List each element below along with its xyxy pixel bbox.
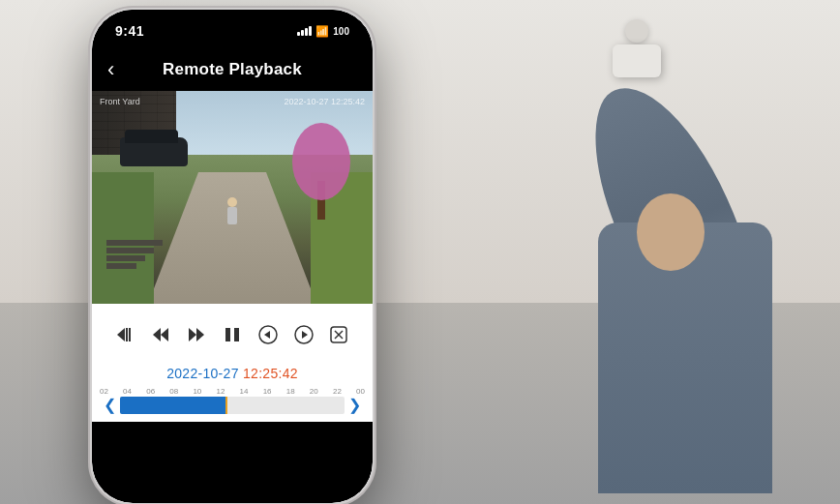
- video-location-label: Front Yard: [100, 97, 140, 106]
- scene-person: [226, 197, 238, 224]
- ruler-label-20: 20: [310, 387, 318, 396]
- timeline-area: 2022-10-27 12:25:42 02 04 06 08 10 12 14…: [92, 362, 373, 422]
- status-time: 9:41: [115, 23, 144, 39]
- scene-tree: [292, 123, 350, 220]
- controls-area: [92, 304, 373, 362]
- svg-rect-7: [225, 328, 230, 341]
- person-silhouette: [501, 77, 792, 493]
- phone-notch: [189, 19, 276, 44]
- back-button[interactable]: ‹: [107, 57, 114, 82]
- close-button[interactable]: [321, 317, 356, 352]
- ruler-label-22: 22: [333, 387, 342, 396]
- signal-icon: [297, 26, 312, 36]
- timeline-scroll-area[interactable]: [120, 397, 345, 414]
- svg-marker-12: [302, 331, 308, 339]
- timeline-next-arrow[interactable]: ❯: [345, 396, 365, 414]
- status-icons: 📶 100: [297, 25, 349, 38]
- ceiling-camera: [598, 19, 675, 77]
- ruler-label-00: 00: [356, 387, 365, 396]
- video-timestamp-overlay: 2022-10-27 12:25:42: [284, 97, 365, 106]
- phone-device: 9:41 📶 100: [92, 10, 373, 503]
- svg-marker-0: [117, 328, 125, 341]
- prev-button[interactable]: [251, 317, 285, 352]
- timeline-date-display: 2022-10-27 12:25:42: [92, 366, 373, 381]
- svg-marker-3: [153, 328, 161, 341]
- timeline-date-part: 2022-10-27: [166, 366, 239, 381]
- skip-to-start-button[interactable]: [107, 317, 142, 352]
- svg-rect-1: [126, 328, 128, 341]
- scene-car: [120, 137, 188, 166]
- svg-marker-5: [189, 328, 196, 341]
- header-bar: ‹ Remote Playback: [92, 48, 373, 91]
- ruler-label-12: 12: [216, 387, 225, 396]
- timeline-cursor: [225, 397, 227, 414]
- ruler-label-16: 16: [263, 387, 272, 396]
- timeline-ruler-labels: 02 04 06 08 10 12 14 16 18 20 22 00: [92, 385, 373, 396]
- svg-marker-4: [161, 328, 168, 341]
- pause-button[interactable]: [215, 317, 250, 352]
- playback-controls: [92, 313, 373, 356]
- scene-stairs: [106, 240, 163, 304]
- timeline-recorded-segment: [120, 397, 227, 414]
- timeline-nav: ❮ ❯: [92, 396, 373, 414]
- phone-body: 9:41 📶 100: [92, 10, 373, 503]
- phone-screen: 9:41 📶 100: [92, 10, 373, 503]
- signal-bar-3: [305, 28, 308, 36]
- ruler-label-10: 10: [193, 387, 201, 396]
- fast-forward-button[interactable]: [179, 317, 214, 352]
- ruler-label-14: 14: [240, 387, 249, 396]
- ruler-label-08: 08: [169, 387, 178, 396]
- signal-bar-1: [297, 32, 300, 36]
- video-player[interactable]: Front Yard 2022-10-27 12:25:42: [92, 91, 373, 304]
- signal-bar-4: [309, 26, 312, 36]
- ruler-label-04: 04: [123, 387, 132, 396]
- ruler-label-06: 06: [146, 387, 155, 396]
- svg-rect-8: [234, 328, 239, 341]
- svg-marker-6: [196, 328, 204, 341]
- timeline-time-part: 12:25:42: [243, 366, 298, 381]
- svg-marker-10: [264, 331, 270, 339]
- wifi-icon: 📶: [315, 25, 329, 38]
- signal-bar-2: [301, 30, 304, 36]
- rewind-button[interactable]: [143, 317, 178, 352]
- video-content: Front Yard 2022-10-27 12:25:42: [92, 91, 373, 304]
- ruler-label-02: 02: [100, 387, 108, 396]
- page-title: Remote Playback: [163, 60, 302, 79]
- ruler-label-18: 18: [286, 387, 295, 396]
- timeline-prev-arrow[interactable]: ❮: [100, 396, 120, 414]
- timeline-ruler-wrapper: 02 04 06 08 10 12 14 16 18 20 22 00: [92, 385, 373, 414]
- svg-rect-2: [129, 328, 131, 341]
- next-button[interactable]: [286, 317, 321, 352]
- battery-label: 100: [333, 26, 349, 37]
- timeline-track: [120, 397, 345, 414]
- battery-icon: 100: [333, 26, 349, 37]
